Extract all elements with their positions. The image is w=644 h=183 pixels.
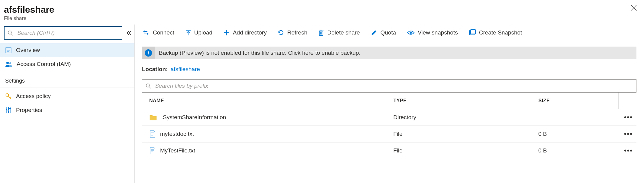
collapse-sidebar-button[interactable] xyxy=(126,30,132,36)
file-type: Directory xyxy=(390,109,535,126)
sidebar-item-overview[interactable]: Overview xyxy=(0,43,134,57)
sidebar-item-properties[interactable]: Properties xyxy=(0,103,134,117)
page-title: afsfileshare xyxy=(4,5,54,15)
trash-icon xyxy=(318,29,324,36)
file-type: File xyxy=(390,142,535,159)
svg-rect-11 xyxy=(6,107,7,113)
column-header-size[interactable]: SIZE xyxy=(535,93,618,109)
refresh-button[interactable]: Refresh xyxy=(278,29,308,36)
table-row[interactable]: mytestdoc.txtFile0 B••• xyxy=(142,126,636,142)
backup-banner[interactable]: i Backup (Preview) is not enabled for th… xyxy=(142,47,636,59)
sidebar-item-label: Overview xyxy=(16,47,40,54)
sidebar-section-settings: Settings xyxy=(0,71,134,87)
title-bar: afsfileshare File share xyxy=(0,0,644,25)
view-snapshots-button[interactable]: View snapshots xyxy=(407,29,458,36)
toolbar-label: Delete share xyxy=(327,29,360,36)
file-icon xyxy=(149,147,156,155)
toolbar-label: Connect xyxy=(153,29,174,36)
add-directory-button[interactable]: Add directory xyxy=(223,29,267,36)
file-name: mytestdoc.txt xyxy=(160,131,194,137)
row-context-menu-button[interactable]: ••• xyxy=(624,147,633,154)
svg-line-10 xyxy=(10,97,11,98)
chevron-double-left-icon xyxy=(126,30,132,36)
sidebar-search-input[interactable] xyxy=(4,26,122,40)
file-name: .SystemShareInformation xyxy=(161,114,226,121)
svg-rect-27 xyxy=(471,30,475,34)
column-header-name[interactable]: NAME xyxy=(142,93,390,109)
svg-rect-15 xyxy=(8,110,9,111)
pencil-icon xyxy=(371,29,377,36)
sidebar-item-label: Access policy xyxy=(16,93,51,100)
toolbar-label: Create Snapshot xyxy=(479,29,522,36)
info-icon-badge: i xyxy=(142,47,155,59)
file-type: File xyxy=(390,126,535,142)
row-context-menu-button[interactable]: ••• xyxy=(624,113,633,121)
svg-rect-16 xyxy=(9,108,11,109)
search-icon xyxy=(8,30,13,36)
svg-line-1 xyxy=(11,34,13,35)
file-size: 0 B xyxy=(535,142,618,159)
properties-icon xyxy=(5,107,12,113)
sidebar: Overview Access Control (IAM) Settings A… xyxy=(0,25,134,183)
column-header-type[interactable]: TYPE xyxy=(390,93,535,109)
quota-button[interactable]: Quota xyxy=(371,29,396,36)
file-size xyxy=(535,109,618,126)
sidebar-item-label: Access Control (IAM) xyxy=(17,61,71,67)
people-icon xyxy=(5,61,12,67)
toolbar-label: Refresh xyxy=(287,29,308,36)
table-row[interactable]: .SystemShareInformationDirectory••• xyxy=(142,109,636,126)
location-link[interactable]: afsfileshare xyxy=(171,66,200,72)
overview-icon xyxy=(5,47,12,54)
toolbar: Connect Upload Add directory xyxy=(135,25,644,41)
table-row[interactable]: MyTestFile.txtFile0 B••• xyxy=(142,142,636,159)
plus-icon xyxy=(223,29,230,36)
svg-rect-20 xyxy=(319,31,323,35)
location-row: Location: afsfileshare xyxy=(135,59,644,73)
connect-button[interactable]: Connect xyxy=(142,29,174,36)
refresh-icon xyxy=(278,29,284,36)
toolbar-label: Add directory xyxy=(233,29,267,36)
upload-button[interactable]: Upload xyxy=(185,29,212,36)
close-icon xyxy=(630,5,637,11)
create-snapshot-button[interactable]: Create Snapshot xyxy=(469,29,522,36)
main-panel: Connect Upload Add directory xyxy=(134,25,644,183)
row-context-menu-button[interactable]: ••• xyxy=(624,130,633,138)
file-icon xyxy=(149,130,156,138)
file-name: MyTestFile.txt xyxy=(160,147,195,154)
svg-line-29 xyxy=(149,87,151,88)
sidebar-item-label: Properties xyxy=(16,107,42,113)
location-label: Location: xyxy=(142,66,168,72)
svg-rect-14 xyxy=(6,109,7,110)
svg-point-28 xyxy=(146,84,150,87)
key-icon xyxy=(5,93,12,100)
page-subtitle: File share xyxy=(4,15,54,21)
svg-rect-13 xyxy=(10,107,11,113)
upload-icon xyxy=(185,29,191,36)
sidebar-item-access-control[interactable]: Access Control (IAM) xyxy=(0,57,134,71)
file-size: 0 B xyxy=(535,126,618,142)
info-icon: i xyxy=(145,49,152,57)
snapshot-icon xyxy=(469,29,476,36)
close-button[interactable] xyxy=(629,5,638,11)
svg-point-7 xyxy=(9,62,11,64)
file-search-input[interactable] xyxy=(142,79,636,93)
connect-icon xyxy=(142,30,150,36)
toolbar-label: Upload xyxy=(194,29,212,36)
file-table: NAME TYPE SIZE .SystemShareInformationDi… xyxy=(142,93,636,159)
sidebar-item-access-policy[interactable]: Access policy xyxy=(0,89,134,103)
svg-rect-12 xyxy=(8,107,9,113)
folder-icon xyxy=(149,114,157,121)
banner-text: Backup (Preview) is not enabled for this… xyxy=(159,47,360,59)
svg-point-25 xyxy=(410,32,412,34)
toolbar-label: Quota xyxy=(380,29,396,36)
toolbar-label: View snapshots xyxy=(418,29,458,36)
delete-share-button[interactable]: Delete share xyxy=(318,29,360,36)
eye-icon xyxy=(407,30,415,35)
svg-point-6 xyxy=(6,62,9,64)
svg-point-0 xyxy=(8,31,11,34)
search-icon xyxy=(146,83,151,89)
